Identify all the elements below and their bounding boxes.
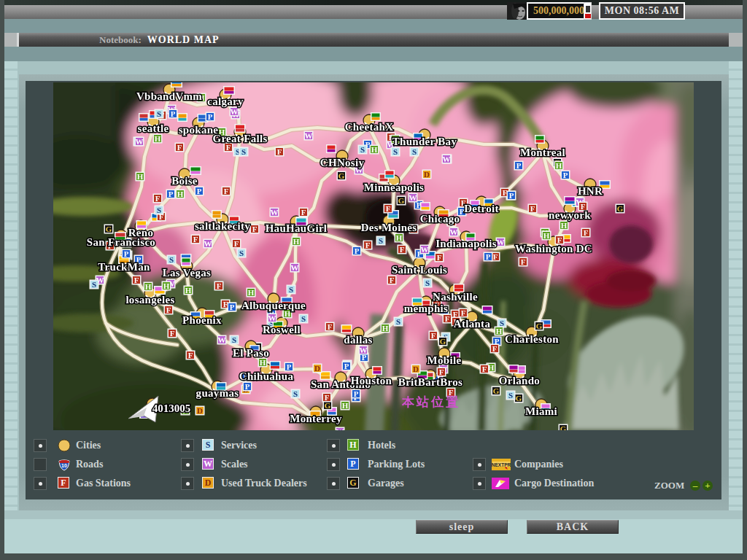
svg-text:S: S bbox=[232, 335, 236, 344]
svg-text:guaymas: guaymas bbox=[196, 387, 239, 399]
svg-text:S: S bbox=[157, 109, 161, 118]
svg-text:F: F bbox=[224, 187, 229, 195]
svg-text:H: H bbox=[556, 161, 562, 170]
svg-text:S: S bbox=[379, 236, 383, 245]
svg-text:W: W bbox=[291, 263, 299, 272]
svg-text:S: S bbox=[241, 147, 246, 156]
svg-text:P: P bbox=[509, 191, 514, 200]
svg-text:P: P bbox=[516, 161, 522, 170]
svg-text:HNR: HNR bbox=[578, 185, 603, 197]
svg-text:S: S bbox=[157, 206, 161, 214]
svg-text:F: F bbox=[166, 306, 171, 314]
svg-text:calgary: calgary bbox=[207, 96, 244, 107]
svg-text:P: P bbox=[344, 362, 349, 370]
svg-text:P: P bbox=[124, 249, 129, 258]
svg-text:F: F bbox=[301, 208, 306, 217]
svg-text:H: H bbox=[177, 190, 184, 198]
svg-text:D: D bbox=[314, 364, 320, 373]
svg-text:H: H bbox=[260, 358, 266, 367]
svg-text:CheetahX: CheetahX bbox=[345, 121, 394, 133]
svg-text:F: F bbox=[461, 308, 466, 317]
svg-text:D: D bbox=[413, 365, 419, 373]
svg-text:NEXTPR: NEXTPR bbox=[492, 462, 511, 467]
svg-text:F: F bbox=[177, 143, 182, 152]
svg-text:BritBartBros: BritBartBros bbox=[398, 376, 462, 388]
svg-text:P: P bbox=[169, 190, 174, 198]
svg-text:F: F bbox=[217, 281, 222, 290]
svg-text:G: G bbox=[440, 337, 446, 346]
svg-text:Chihuahua: Chihuahua bbox=[239, 370, 294, 382]
svg-text:F: F bbox=[188, 351, 193, 359]
svg-text:F: F bbox=[277, 147, 282, 156]
svg-text:W: W bbox=[271, 208, 279, 217]
svg-text:El Paso: El Paso bbox=[233, 347, 269, 359]
svg-text:本站位置: 本站位置 bbox=[401, 395, 460, 409]
svg-text:F: F bbox=[155, 194, 160, 203]
svg-text:H: H bbox=[371, 145, 378, 154]
svg-text:W: W bbox=[204, 239, 212, 248]
svg-text:H: H bbox=[185, 286, 192, 295]
svg-text:P: P bbox=[208, 112, 213, 121]
svg-text:F: F bbox=[193, 235, 198, 244]
svg-text:Montreal: Montreal bbox=[520, 147, 565, 158]
svg-text:H: H bbox=[293, 237, 300, 246]
svg-text:Des Moines: Des Moines bbox=[361, 222, 417, 233]
svg-text:S: S bbox=[301, 314, 306, 323]
svg-text:P: P bbox=[563, 171, 568, 179]
svg-text:S: S bbox=[293, 389, 298, 398]
svg-text:Washington DC: Washington DC bbox=[515, 243, 592, 254]
svg-text:W: W bbox=[497, 238, 505, 246]
svg-text:H: H bbox=[561, 221, 568, 230]
svg-text:Boise: Boise bbox=[171, 175, 198, 187]
svg-text:F: F bbox=[439, 368, 444, 376]
svg-text:San Francisco: San Francisco bbox=[87, 236, 155, 248]
svg-text:F: F bbox=[530, 204, 535, 213]
svg-text:F: F bbox=[234, 239, 239, 248]
svg-text:H: H bbox=[543, 231, 550, 240]
svg-text:F: F bbox=[252, 225, 258, 233]
svg-text:Mobile: Mobile bbox=[427, 354, 462, 366]
svg-text:F: F bbox=[134, 276, 139, 284]
svg-text:G: G bbox=[325, 401, 331, 410]
svg-text:Detroit: Detroit bbox=[464, 203, 499, 214]
svg-text:Orlando: Orlando bbox=[499, 375, 540, 386]
svg-text:H: H bbox=[342, 401, 349, 410]
svg-text:H: H bbox=[137, 172, 144, 181]
svg-text:G: G bbox=[536, 322, 543, 330]
svg-text:Atlanta: Atlanta bbox=[454, 318, 491, 330]
svg-text:F: F bbox=[584, 228, 589, 237]
svg-text:F: F bbox=[492, 344, 498, 353]
svg-text:F: F bbox=[400, 245, 405, 254]
svg-text:10: 10 bbox=[61, 463, 67, 468]
svg-text:W: W bbox=[218, 335, 226, 344]
svg-text:F: F bbox=[390, 276, 395, 284]
svg-text:D: D bbox=[197, 406, 203, 415]
svg-text:H: H bbox=[396, 233, 403, 242]
svg-text:H: H bbox=[496, 327, 503, 335]
svg-text:G: G bbox=[338, 171, 345, 180]
svg-text:S: S bbox=[396, 317, 400, 326]
svg-text:P: P bbox=[171, 109, 176, 118]
svg-text:Las Vegas: Las Vegas bbox=[163, 267, 211, 279]
svg-text:seattle: seattle bbox=[138, 122, 169, 134]
svg-text:F: F bbox=[386, 204, 391, 213]
svg-text:D: D bbox=[424, 170, 430, 179]
svg-text:Minneapolis: Minneapolis bbox=[364, 182, 424, 193]
svg-text:S: S bbox=[393, 147, 398, 156]
svg-text:S: S bbox=[289, 285, 293, 294]
svg-text:newyork: newyork bbox=[549, 209, 591, 221]
svg-text:Monterrey: Monterrey bbox=[290, 413, 342, 424]
svg-text:P: P bbox=[354, 389, 359, 398]
svg-text:H: H bbox=[382, 324, 389, 332]
svg-text:dallas: dallas bbox=[344, 334, 372, 346]
svg-text:W: W bbox=[305, 131, 313, 140]
svg-text:losangeles: losangeles bbox=[125, 294, 174, 306]
svg-text:Roswell: Roswell bbox=[263, 324, 301, 335]
svg-text:F: F bbox=[365, 241, 371, 249]
svg-text:Great Falls: Great Falls bbox=[212, 133, 267, 144]
svg-text:W: W bbox=[409, 193, 417, 202]
svg-text:Saint Louis: Saint Louis bbox=[392, 264, 447, 276]
svg-text:P: P bbox=[245, 382, 250, 391]
svg-text:Miami: Miami bbox=[525, 405, 557, 417]
svg-text:F: F bbox=[170, 329, 175, 338]
